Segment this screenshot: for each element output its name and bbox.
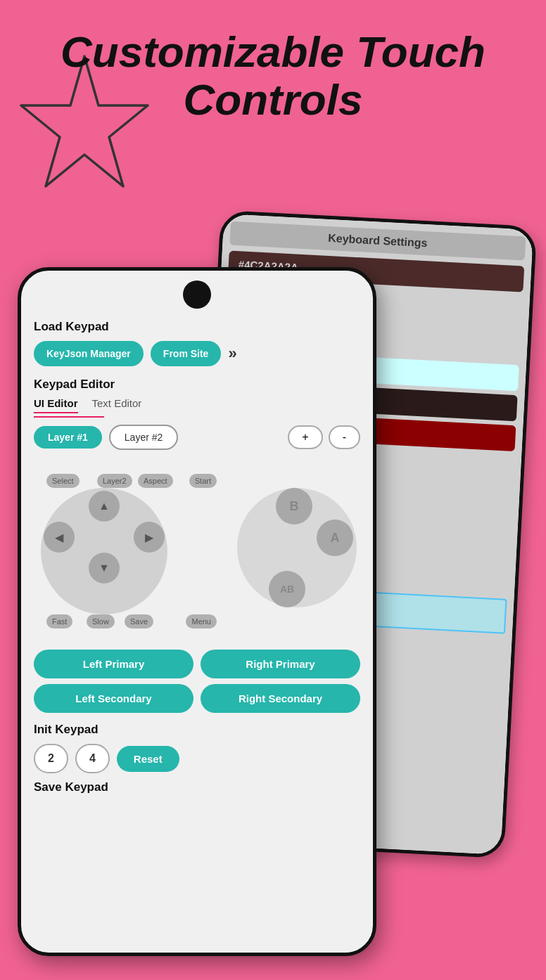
dpad-container: Select Layer2 Aspect Start ▲ ◀ ▶ ▼ Fast …: [34, 474, 174, 628]
save-button[interactable]: Save: [125, 614, 153, 628]
b-button[interactable]: B: [276, 488, 312, 524]
right-primary-button[interactable]: Right Primary: [201, 650, 360, 678]
add-layer-button[interactable]: +: [288, 425, 322, 449]
init-keypad-title: Init Keypad: [34, 723, 360, 737]
tab-text-editor[interactable]: Text Editor: [92, 397, 142, 413]
title-line1: Customizable Touch: [0, 28, 546, 76]
load-keypad-row: KeyJson Manager From Site »: [34, 341, 360, 366]
right-buttons-group: Right Primary Right Secondary: [201, 650, 360, 713]
editor-tab-row: UI Editor Text Editor: [34, 397, 360, 413]
layer-row: Layer #1 Layer #2 + -: [34, 425, 360, 450]
reset-button[interactable]: Reset: [117, 746, 179, 772]
init-keypad-row: 2 4 Reset: [34, 744, 360, 773]
keyjson-manager-button[interactable]: KeyJson Manager: [34, 341, 144, 366]
front-phone: Load Keypad KeyJson Manager From Site » …: [18, 267, 376, 956]
save-keypad-section: Save Keypad: [34, 780, 360, 794]
abxy-container: B A AB: [234, 481, 360, 621]
left-buttons-group: Left Primary Left Secondary: [34, 650, 193, 713]
slow-button[interactable]: Slow: [87, 614, 115, 628]
init-keypad-section: Init Keypad 2 4 Reset: [34, 723, 360, 773]
ab-button[interactable]: AB: [269, 571, 305, 607]
start-button[interactable]: Start: [189, 474, 217, 488]
aspect-button[interactable]: Aspect: [138, 474, 173, 488]
color-buttons-row: Left Primary Left Secondary Right Primar…: [34, 650, 360, 713]
controller-area: Select Layer2 Aspect Start ▲ ◀ ▶ ▼ Fast …: [34, 460, 360, 643]
a-button[interactable]: A: [317, 520, 353, 556]
keypad-editor-title: Keypad Editor: [34, 378, 360, 392]
from-site-button[interactable]: From Site: [151, 341, 222, 366]
layer2-button[interactable]: Layer #2: [109, 425, 178, 450]
tab-ui-editor[interactable]: UI Editor: [34, 397, 78, 413]
left-secondary-button[interactable]: Left Secondary: [34, 684, 193, 713]
menu-button[interactable]: Menu: [186, 614, 217, 628]
remove-layer-button[interactable]: -: [329, 425, 360, 449]
dpad-down-button[interactable]: ▼: [89, 553, 120, 584]
right-secondary-button[interactable]: Right Secondary: [201, 684, 360, 713]
dpad-up-button[interactable]: ▲: [89, 491, 120, 522]
more-options-button[interactable]: »: [228, 344, 236, 363]
init-val2[interactable]: 4: [75, 744, 110, 773]
page-title: Customizable Touch Controls: [0, 28, 546, 124]
save-keypad-title: Save Keypad: [34, 780, 360, 794]
select-button[interactable]: Select: [46, 474, 80, 488]
phone-notch: [183, 281, 211, 309]
layer2-small-button[interactable]: Layer2: [97, 474, 132, 488]
load-keypad-title: Load Keypad: [34, 320, 360, 334]
plus-minus-row: + -: [288, 425, 360, 449]
init-val1[interactable]: 2: [34, 744, 68, 773]
dpad-right-button[interactable]: ▶: [134, 522, 165, 553]
fast-button[interactable]: Fast: [46, 614, 72, 628]
layer1-button[interactable]: Layer #1: [34, 426, 102, 449]
title-line2: Controls: [0, 76, 546, 124]
left-primary-button[interactable]: Left Primary: [34, 650, 193, 678]
tab-underline: [34, 416, 104, 418]
dpad-left-button[interactable]: ◀: [44, 522, 75, 553]
